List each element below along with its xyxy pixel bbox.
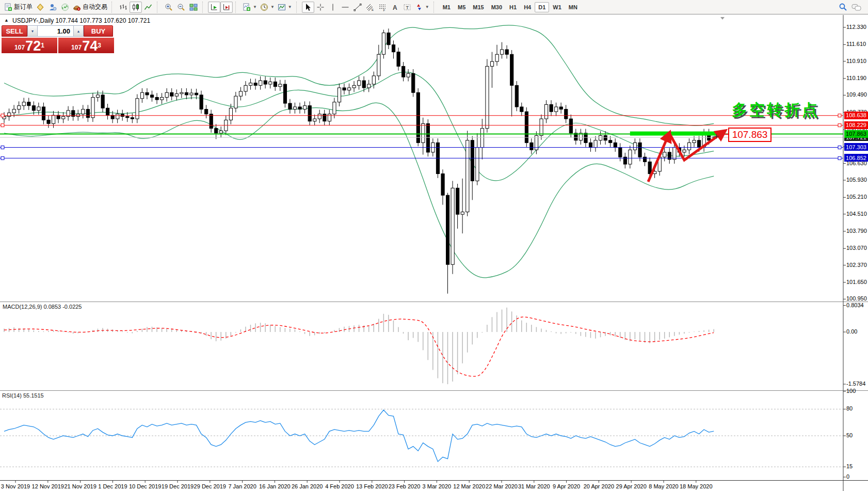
support-band[interactable] — [630, 132, 724, 136]
timeframe-w1-button[interactable]: W1 — [549, 2, 565, 12]
timeframe-m1-button[interactable]: M1 — [439, 2, 454, 12]
person-icon — [49, 3, 57, 11]
signal-radar-icon — [61, 3, 69, 11]
dropdown-arrow-icon: ▼ — [425, 5, 429, 9]
rsi-axis-label: 15 — [846, 463, 853, 469]
indicators-button[interactable]: ▼ — [241, 2, 259, 13]
zoom-in-button[interactable] — [163, 2, 175, 13]
toolbar: 新订单 自动交易 — [0, 0, 868, 14]
timeframe-buttons: M1M5M15M30H1H4D1W1MN — [438, 1, 583, 14]
rsi-axis-label: 100 — [846, 388, 856, 394]
macd-label: MACD(12,26,9) 0.0853 -0.0225 — [3, 304, 82, 310]
trendline-icon — [353, 3, 362, 11]
buy-button[interactable]: BUY — [84, 25, 113, 37]
autotrading-label: 自动交易 — [83, 3, 107, 11]
toolbar-separator — [111, 2, 115, 13]
price-axis-label: 111.610 — [846, 41, 866, 47]
timeframe-d1-button[interactable]: D1 — [535, 2, 549, 12]
clock-icon — [260, 3, 268, 11]
rsi-axis-label: 0 — [846, 473, 849, 480]
crosshair-icon — [316, 3, 325, 11]
collapse-triangle-icon[interactable]: ▲ — [4, 18, 9, 23]
volume-decrease-button[interactable]: ▼ — [27, 25, 38, 37]
price-tag-106.852: 106.852 — [844, 154, 868, 162]
text-label-button[interactable]: T — [401, 2, 413, 13]
tile-windows-button[interactable] — [187, 2, 200, 13]
volume-input[interactable]: 1.00 — [38, 25, 73, 37]
timeframe-m5-button[interactable]: M5 — [454, 2, 469, 12]
vertical-line-icon — [329, 3, 337, 11]
signals-button[interactable] — [59, 2, 71, 13]
new-chart-button[interactable] — [34, 2, 46, 13]
toolbar-separator — [235, 2, 238, 13]
zoom-in-icon — [165, 3, 173, 11]
vertical-line-button[interactable] — [327, 2, 339, 13]
text-icon: A — [391, 3, 399, 11]
macd-axis-label: 0.8034 — [846, 302, 864, 308]
sell-button[interactable]: SELL — [2, 25, 27, 37]
dropdown-arrow-icon: ▼ — [288, 5, 292, 9]
horizontal-line-icon — [341, 3, 349, 11]
equidistant-channel-button[interactable]: E — [364, 2, 376, 13]
timeframe-h4-button[interactable]: H4 — [520, 2, 535, 12]
price-tag-108.638: 108.638 — [844, 112, 868, 119]
text-button[interactable]: A — [389, 2, 401, 13]
bollinger-lower — [4, 103, 714, 278]
buy-price-point: 3 — [98, 38, 101, 53]
template-icon — [278, 3, 286, 11]
buy-price-figure: 107 — [71, 42, 82, 53]
new-order-icon — [4, 3, 12, 11]
zoom-out-button[interactable] — [175, 2, 187, 13]
price-axis-label: 103.790 — [846, 228, 867, 234]
mql5-community-button[interactable] — [46, 2, 59, 13]
chat-icon[interactable] — [851, 3, 862, 11]
fibonacci-icon: F — [378, 3, 387, 11]
price-axis-label: 110.190 — [846, 75, 866, 81]
timeframe-m15-button[interactable]: M15 — [469, 2, 487, 12]
crosshair-button[interactable] — [314, 2, 327, 13]
arrow-up-1[interactable] — [648, 133, 669, 182]
text-label-icon: T — [403, 3, 411, 11]
new-order-button[interactable]: 新订单 — [3, 2, 34, 13]
templates-button[interactable]: ▼ — [276, 2, 294, 13]
rsi-axis-label: 50 — [846, 432, 853, 438]
auto-scroll-button[interactable] — [208, 2, 220, 13]
dropdown-arrow-icon: ▼ — [253, 5, 257, 9]
new-order-label: 新订单 — [14, 3, 33, 11]
timeframe-h1-button[interactable]: H1 — [506, 2, 520, 12]
price-axis-label: 100.950 — [846, 295, 867, 302]
gold-diamond-icon — [36, 3, 44, 11]
fibonacci-button[interactable]: F — [376, 2, 389, 13]
auto-scroll-icon — [210, 3, 218, 11]
turning-point-annotation[interactable]: 多空转折点 — [732, 100, 819, 121]
macd-axis-label: -1.5784 — [846, 381, 865, 387]
date-axis-label: 18 May 2020 — [672, 483, 720, 489]
chevron-down-icon[interactable] — [720, 17, 725, 20]
buy-price[interactable]: 107 74 3 — [58, 38, 114, 53]
autotrading-button[interactable]: 自动交易 — [71, 2, 109, 13]
candlestick-chart-button[interactable] — [130, 2, 142, 13]
price-annotation-box[interactable]: 107.863 — [728, 128, 771, 142]
autotrading-icon — [73, 3, 81, 11]
sell-price-point: 1 — [41, 38, 44, 53]
timeframe-mn-button[interactable]: MN — [565, 2, 581, 12]
timeframe-m30-button[interactable]: M30 — [488, 2, 506, 12]
price-axis-label: 105.930 — [846, 177, 867, 183]
chart-shift-button[interactable] — [220, 2, 233, 13]
svg-text:F: F — [383, 8, 385, 11]
periods-button[interactable]: ▼ — [259, 2, 276, 13]
bar-chart-button[interactable] — [117, 2, 130, 13]
line-chart-button[interactable] — [142, 2, 154, 13]
horizontal-line-button[interactable] — [339, 2, 351, 13]
chart-canvas[interactable] — [0, 0, 868, 491]
chart-title: USDJPY-,Daily 107.744 107.773 107.620 10… — [12, 17, 150, 24]
arrows-button[interactable]: ▼ — [413, 2, 431, 13]
price-axis-label: 103.070 — [846, 245, 867, 251]
volume-increase-button[interactable]: ▲ — [73, 25, 84, 37]
arrows-icon — [415, 3, 423, 11]
cursor-button[interactable] — [302, 2, 314, 13]
price-axis-label: 104.510 — [846, 211, 867, 217]
search-icon[interactable] — [839, 3, 847, 11]
sell-price[interactable]: 107 72 1 — [2, 38, 57, 53]
trendline-button[interactable] — [351, 2, 364, 13]
